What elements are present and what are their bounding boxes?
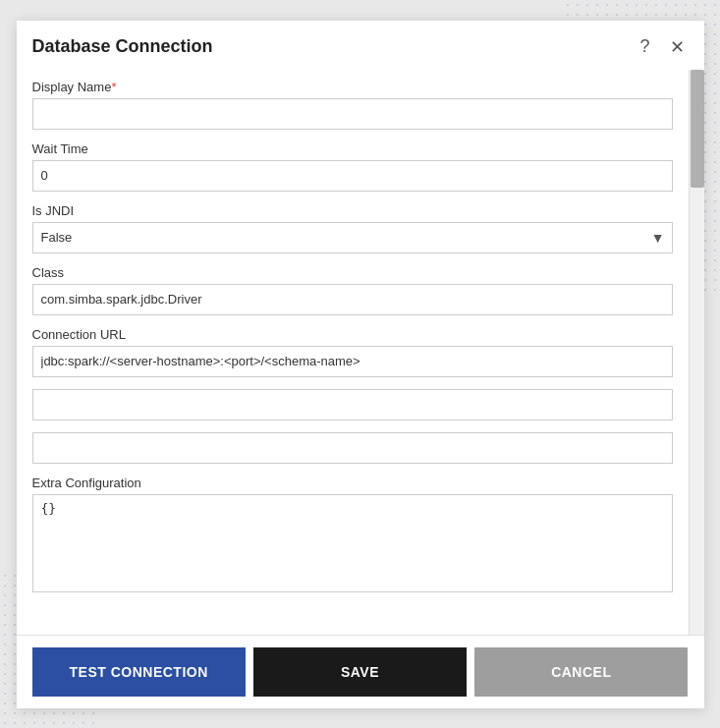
dialog-footer: TEST CONNECTION SAVE CANCEL (17, 635, 704, 708)
extra-field-1-input[interactable] (32, 389, 673, 420)
display-name-input[interactable] (32, 98, 673, 130)
cancel-button[interactable]: CANCEL (474, 647, 688, 697)
connection-url-group: Connection URL (32, 327, 673, 377)
test-connection-button[interactable]: TEST CONNECTION (32, 647, 246, 697)
class-input[interactable] (32, 284, 673, 315)
dialog-title: Database Connection (32, 36, 213, 57)
is-jndi-group: Is JNDI False True ▼ (32, 203, 673, 253)
help-button[interactable]: ? (636, 34, 653, 59)
wait-time-group: Wait Time (32, 141, 673, 192)
extra-config-textarea[interactable]: {} (32, 494, 673, 592)
is-jndi-select-wrapper: False True ▼ (32, 222, 673, 253)
class-group: Class (32, 265, 673, 315)
dialog-body: Display Name* Wait Time Is JNDI False T (17, 70, 704, 635)
scrollbar[interactable] (689, 70, 704, 635)
wait-time-input[interactable] (32, 160, 673, 192)
form-area: Display Name* Wait Time Is JNDI False T (17, 70, 689, 635)
extra-field-2-input[interactable] (32, 432, 673, 464)
is-jndi-select[interactable]: False True (32, 222, 673, 253)
dialog-wrapper: Database Connection ? ✕ Display Name* Wa… (0, 0, 720, 728)
extra-config-group: Extra Configuration {} (32, 476, 673, 596)
header-icons: ? ✕ (636, 34, 688, 60)
connection-url-input[interactable] (32, 346, 673, 377)
extra-config-label: Extra Configuration (32, 476, 673, 490)
display-name-label: Display Name* (32, 80, 673, 94)
required-star: * (111, 80, 116, 94)
connection-url-label: Connection URL (32, 327, 673, 342)
extra-field-2-group (32, 432, 673, 464)
database-connection-dialog: Database Connection ? ✕ Display Name* Wa… (17, 21, 704, 708)
save-button[interactable]: SAVE (253, 647, 467, 697)
wait-time-label: Wait Time (32, 141, 673, 156)
display-name-group: Display Name* (32, 80, 673, 130)
class-label: Class (32, 265, 673, 280)
dialog-header: Database Connection ? ✕ (17, 21, 704, 70)
is-jndi-label: Is JNDI (32, 203, 673, 218)
close-button[interactable]: ✕ (666, 34, 689, 60)
extra-field-1-group (32, 389, 673, 420)
scrollbar-thumb[interactable] (691, 70, 704, 188)
